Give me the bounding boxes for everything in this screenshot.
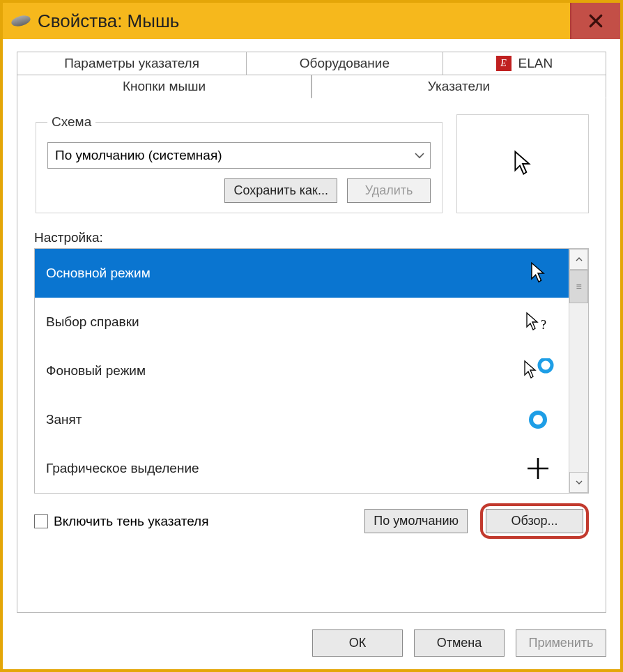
list-item-label: Основной режим [46, 266, 151, 281]
tab-pointer-options[interactable]: Параметры указателя [17, 52, 247, 75]
arrow-cursor-icon [510, 150, 535, 178]
titlebar: Свойства: Мышь [3, 3, 620, 39]
chevron-down-icon [415, 152, 424, 159]
apply-button[interactable]: Применить [516, 629, 606, 657]
mouse-properties-window: Свойства: Мышь Параметры указателя Обору… [0, 0, 623, 672]
mouse-icon [10, 14, 32, 29]
cursor-working-icon [520, 358, 556, 383]
svg-text:?: ? [541, 318, 546, 332]
browse-highlight: Обзор... [480, 503, 589, 539]
window-title: Свойства: Мышь [38, 10, 179, 32]
tab-hardware[interactable]: Оборудование [247, 52, 443, 75]
tab-elan[interactable]: E ELAN [443, 52, 606, 75]
list-item[interactable]: Занят [35, 395, 569, 444]
svg-point-1 [539, 359, 552, 372]
list-item[interactable]: Основной режим [35, 249, 569, 298]
cursor-help-icon: ? [520, 310, 556, 334]
cursor-precision-icon [520, 457, 556, 480]
close-icon [588, 13, 603, 29]
cursor-listbox: Основной режим Выбор справки ? [34, 248, 589, 494]
scheme-dropdown[interactable]: По умолчанию (системная) [47, 142, 431, 169]
browse-button[interactable]: Обзор... [486, 509, 583, 533]
cursor-preview [456, 114, 589, 213]
delete-button[interactable]: Удалить [347, 178, 431, 203]
tabs: Параметры указателя Оборудование E ELAN … [17, 52, 606, 98]
checkbox-label: Включить тень указателя [54, 514, 208, 529]
list-item-label: Фоновый режим [46, 363, 146, 379]
tab-pointers[interactable]: Указатели [312, 75, 606, 98]
default-button[interactable]: По умолчанию [364, 509, 468, 533]
scheme-legend: Схема [47, 114, 95, 130]
scroll-thumb[interactable] [569, 270, 588, 303]
dialog-buttons: ОК Отмена Применить [3, 620, 620, 669]
scroll-track[interactable] [569, 270, 588, 472]
cursor-normal-icon [520, 261, 556, 285]
tab-mouse-buttons[interactable]: Кнопки мыши [17, 75, 312, 98]
save-as-button[interactable]: Сохранить как... [224, 178, 337, 203]
pointers-panel: Схема По умолчанию (системная) Сохранить… [17, 98, 606, 613]
list-item[interactable]: Фоновый режим [35, 346, 569, 395]
chevron-down-icon [576, 480, 583, 485]
tab-elan-label: ELAN [518, 56, 553, 71]
list-item-label: Выбор справки [46, 314, 139, 330]
scroll-up-button[interactable] [569, 249, 588, 270]
list-item-label: Занят [46, 412, 82, 427]
chevron-up-icon [576, 257, 583, 262]
checkbox-icon [34, 514, 48, 528]
list-item-label: Графическое выделение [46, 461, 199, 476]
scheme-group: Схема По умолчанию (системная) Сохранить… [36, 114, 443, 213]
svg-point-2 [531, 413, 545, 427]
cancel-button[interactable]: Отмена [414, 629, 505, 657]
scroll-down-button[interactable] [569, 472, 588, 493]
elan-icon: E [496, 56, 512, 71]
enable-shadow-checkbox[interactable]: Включить тень указателя [34, 514, 208, 529]
cursor-busy-icon [520, 409, 556, 430]
close-button[interactable] [570, 3, 620, 39]
scheme-selected: По умолчанию (системная) [55, 148, 222, 163]
list-item[interactable]: Графическое выделение [35, 444, 569, 493]
ok-button[interactable]: ОК [312, 629, 403, 657]
scrollbar[interactable] [569, 249, 588, 493]
client-area: Параметры указателя Оборудование E ELAN … [3, 39, 620, 620]
list-item[interactable]: Выбор справки ? [35, 298, 569, 346]
customize-label: Настройка: [34, 230, 589, 245]
